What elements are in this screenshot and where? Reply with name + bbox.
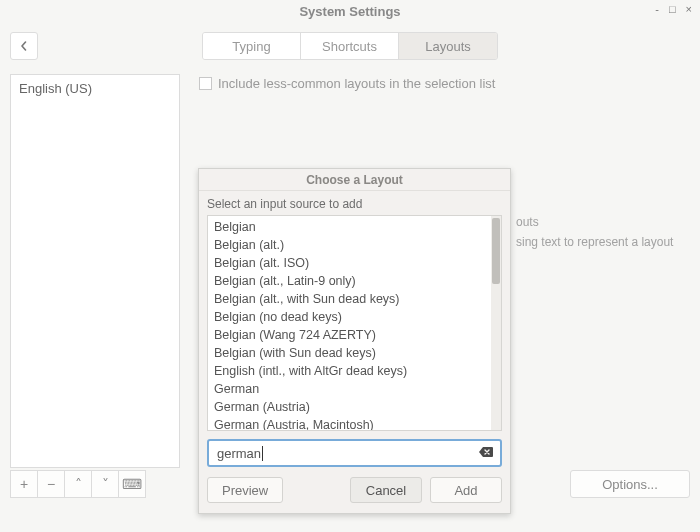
chevron-left-icon [19, 41, 29, 51]
dialog-subtitle: Select an input source to add [199, 191, 510, 215]
include-less-common-checkbox[interactable] [199, 77, 212, 90]
list-item[interactable]: Belgian [214, 218, 485, 236]
list-item[interactable]: English (US) [11, 75, 179, 102]
scrollbar-thumb[interactable] [492, 218, 500, 284]
close-icon[interactable]: × [686, 3, 692, 15]
list-item[interactable]: Belgian (no dead keys) [214, 308, 485, 326]
layouts-list[interactable]: English (US) [10, 74, 180, 468]
list-item[interactable]: Belgian (with Sun dead keys) [214, 344, 485, 362]
include-less-common-row: Include less-common layouts in the selec… [199, 76, 495, 91]
list-item[interactable]: German (Austria, Macintosh) [214, 416, 485, 431]
list-item[interactable]: Belgian (alt., Latin-9 only) [214, 272, 485, 290]
list-item[interactable]: Belgian (Wang 724 AZERTY) [214, 326, 485, 344]
window-title: System Settings [0, 4, 700, 19]
keyboard-preview-button[interactable]: ⌨ [118, 470, 146, 498]
layout-choice-list[interactable]: Belgian Belgian (alt.) Belgian (alt. ISO… [207, 215, 502, 431]
preview-button[interactable]: Preview [207, 477, 283, 503]
add-layout-button[interactable]: + [10, 470, 38, 498]
tab-shortcuts[interactable]: Shortcuts [301, 33, 399, 59]
list-item[interactable]: Belgian (alt. ISO) [214, 254, 485, 272]
choose-layout-dialog: Choose a Layout Select an input source t… [198, 168, 511, 514]
options-button[interactable]: Options... [570, 470, 690, 498]
include-less-common-label: Include less-common layouts in the selec… [218, 76, 495, 91]
maximize-icon[interactable]: □ [669, 3, 676, 15]
dialog-title: Choose a Layout [199, 169, 510, 191]
list-item[interactable]: Belgian (alt.) [214, 236, 485, 254]
tab-typing[interactable]: Typing [203, 33, 301, 59]
minimize-icon[interactable]: - [655, 3, 659, 15]
layout-search-input[interactable]: german [207, 439, 502, 467]
back-button[interactable] [10, 32, 38, 60]
scrollbar-track[interactable] [491, 216, 501, 430]
list-item[interactable]: Belgian (alt., with Sun dead keys) [214, 290, 485, 308]
hint-text: outs sing text to represent a layout [516, 212, 673, 252]
layouts-list-tools: + − ˄ ˅ ⌨ [10, 470, 145, 498]
tabs: Typing Shortcuts Layouts [202, 32, 498, 60]
move-up-button[interactable]: ˄ [64, 470, 92, 498]
text-caret [262, 446, 263, 461]
tab-layouts[interactable]: Layouts [399, 33, 497, 59]
remove-layout-button[interactable]: − [37, 470, 65, 498]
backspace-icon[interactable] [478, 445, 494, 461]
add-button[interactable]: Add [430, 477, 502, 503]
layout-search-value: german [217, 446, 261, 461]
cancel-button[interactable]: Cancel [350, 477, 422, 503]
move-down-button[interactable]: ˅ [91, 470, 119, 498]
list-item[interactable]: German [214, 380, 485, 398]
list-item[interactable]: German (Austria) [214, 398, 485, 416]
list-item[interactable]: English (intl., with AltGr dead keys) [214, 362, 485, 380]
